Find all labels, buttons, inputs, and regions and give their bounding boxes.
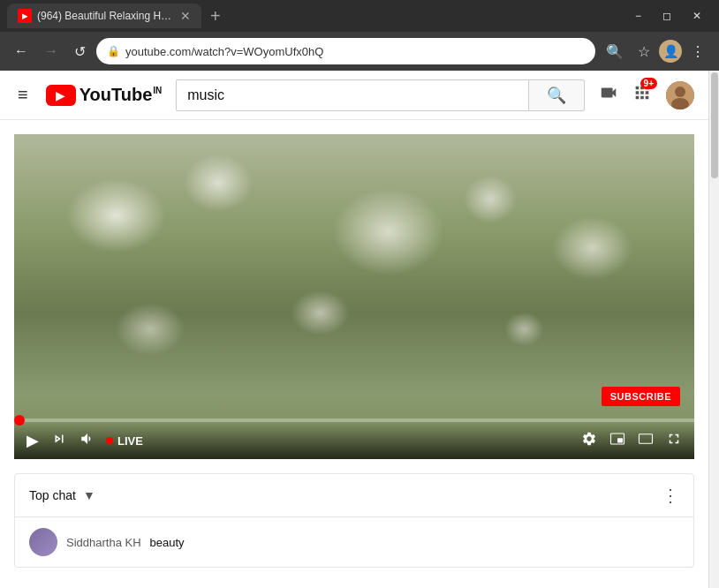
search-input[interactable] <box>176 79 528 111</box>
main-content: ≡ ▶ YouTubeIN 🔍 9+ <box>0 71 708 588</box>
fullscreen-button[interactable] <box>664 431 684 451</box>
theater-button[interactable] <box>636 431 655 451</box>
minimize-button[interactable]: − <box>624 0 652 32</box>
new-tab-button[interactable]: + <box>205 6 226 26</box>
tab-title: (964) Beautiful Relaxing Hymns, <box>37 10 175 22</box>
video-container[interactable]: SUBSCRIBE ▶ LIV <box>14 134 694 459</box>
header-right: 9+ <box>599 81 694 109</box>
video-frame: SUBSCRIBE ▶ LIV <box>14 134 694 459</box>
volume-button[interactable] <box>78 431 97 451</box>
content-area: ≡ ▶ YouTubeIN 🔍 9+ <box>0 71 719 588</box>
url-text: youtube.com/watch?v=WOyomUfx0hQ <box>125 45 585 58</box>
scrollbar-thumb[interactable] <box>711 72 718 178</box>
live-dot <box>106 437 113 444</box>
chat-user-avatar <box>29 528 57 556</box>
play-button[interactable]: ▶ <box>25 431 41 450</box>
skip-button[interactable] <box>49 431 69 451</box>
search-browser-icon[interactable]: 🔍 <box>601 40 629 64</box>
hamburger-menu-icon[interactable]: ≡ <box>14 81 32 109</box>
address-bar: ← → ↺ 🔒 youtube.com/watch?v=WOyomUfx0hQ … <box>0 32 719 71</box>
player-controls: ▶ LIVE <box>14 422 694 459</box>
search-button[interactable]: 🔍 <box>528 79 585 111</box>
svg-rect-5 <box>640 433 653 443</box>
maximize-button[interactable]: ◻ <box>652 0 682 32</box>
notification-badge: 9+ <box>640 78 657 89</box>
scrollbar-track[interactable] <box>708 71 719 588</box>
chat-content: Siddhartha KH beauty <box>15 517 693 567</box>
user-avatar[interactable] <box>666 81 694 109</box>
close-button[interactable]: ✕ <box>682 0 712 32</box>
search-bar: 🔍 <box>176 79 585 111</box>
browser-menu-icon[interactable]: ⋮ <box>685 40 710 64</box>
chat-message: beauty <box>150 536 185 549</box>
browser-profile-icon[interactable]: 👤 <box>659 40 682 63</box>
live-badge: LIVE <box>106 434 143 448</box>
svg-rect-4 <box>617 438 623 442</box>
youtube-logo-icon: ▶ <box>46 85 76 106</box>
tab-close-icon[interactable]: ✕ <box>180 9 191 23</box>
chat-title: Top chat <box>29 488 76 502</box>
svg-point-1 <box>675 87 685 97</box>
youtube-logo[interactable]: ▶ YouTubeIN <box>46 85 163 106</box>
tab-favicon: ▶ <box>18 9 32 23</box>
active-tab[interactable]: ▶ (964) Beautiful Relaxing Hymns, ✕ <box>7 4 201 28</box>
chat-username: Siddhartha KH <box>66 536 141 549</box>
chat-more-button[interactable]: ⋮ <box>662 485 679 506</box>
youtube-header: ≡ ▶ YouTubeIN 🔍 9+ <box>0 71 708 120</box>
browser-chrome: ▶ (964) Beautiful Relaxing Hymns, ✕ + − … <box>0 0 719 71</box>
chat-dropdown-icon[interactable]: ▼ <box>83 488 95 502</box>
player-right-controls <box>579 431 684 451</box>
miniplayer-button[interactable] <box>608 431 627 451</box>
video-thumbnail <box>14 134 694 459</box>
settings-button[interactable] <box>579 431 599 451</box>
lock-icon: 🔒 <box>107 45 120 57</box>
refresh-button[interactable]: ↺ <box>69 40 91 64</box>
bookmark-icon[interactable]: ☆ <box>632 40 655 64</box>
forward-button[interactable]: → <box>39 40 64 63</box>
url-bar[interactable]: 🔒 youtube.com/watch?v=WOyomUfx0hQ <box>96 38 595 64</box>
address-actions: 🔍 ☆ 👤 ⋮ <box>601 40 710 64</box>
upload-icon[interactable] <box>599 83 618 108</box>
subscribe-overlay-button[interactable]: SUBSCRIBE <box>602 387 680 406</box>
apps-icon[interactable]: 9+ <box>632 83 652 108</box>
chat-header: Top chat ▼ ⋮ <box>15 474 693 517</box>
country-code: IN <box>153 86 162 95</box>
youtube-logo-text: YouTubeIN <box>79 85 163 105</box>
window-controls: − ◻ ✕ <box>624 0 712 32</box>
back-button[interactable]: ← <box>9 40 34 63</box>
tab-bar: ▶ (964) Beautiful Relaxing Hymns, ✕ + − … <box>0 0 719 32</box>
chat-section: Top chat ▼ ⋮ Siddhartha KH beauty <box>14 473 694 568</box>
